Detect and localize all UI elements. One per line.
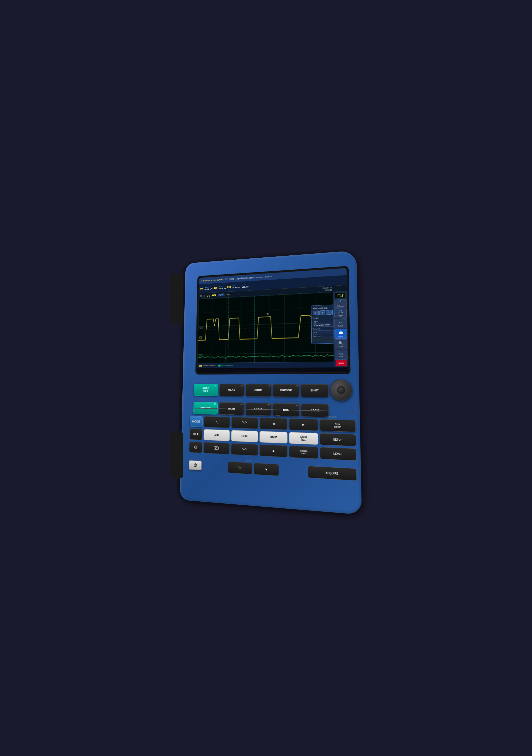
cursor-icon xyxy=(338,320,343,324)
trigger-icon-btn xyxy=(338,310,343,314)
trig-status: Trig? xyxy=(226,293,231,295)
pos-right-button[interactable]: ► xyxy=(289,418,318,431)
meas-tplus: t+ = 157.3 ns xyxy=(242,284,249,288)
setup-button[interactable]: SETUP xyxy=(320,433,356,446)
svg-text:C2: C2 xyxy=(199,353,202,356)
datetime-display: 2015-04-07 09:56:32 xyxy=(322,286,332,291)
meas-button[interactable]: F2 MEAS xyxy=(219,383,244,396)
svg-rect-12 xyxy=(340,331,342,332)
model-text: RTH1002 · Digital Oscilloscope · Isolate… xyxy=(225,275,272,280)
pos-up-button[interactable]: ▲ xyxy=(260,445,288,457)
time-label: TIME ───── xyxy=(203,411,254,417)
svg-point-15 xyxy=(215,447,217,449)
cursor-btn-label: Cursor xyxy=(338,325,343,327)
meas-max: Max = 42.51 mV xyxy=(205,286,213,290)
osc-display: C1 C2 TL 50% xyxy=(197,291,348,368)
time-sine2-button[interactable] xyxy=(231,417,258,429)
trigger-btn-label: Trigger xyxy=(337,314,343,316)
meas-tab-3[interactable]: 3 xyxy=(326,310,332,314)
pos-left-button[interactable]: ◄ xyxy=(260,418,288,430)
camera-button[interactable] xyxy=(203,442,229,454)
ch1-tag-top: C1 xyxy=(227,286,231,288)
func-row-1: F1 AUTOSET F2 MEAS F3 ZOOM F4 CURSOR SHI… xyxy=(194,379,354,402)
screen-bezel: ✦ ROHDE & SCHWARZ RTH1002 · Digital Osci… xyxy=(195,266,351,374)
level-button[interactable]: LEVEL xyxy=(320,447,356,461)
device-wrapper: ✦ ROHDE & SCHWARZ RTH1002 · Digital Osci… xyxy=(178,253,354,503)
svg-text:50%: 50% xyxy=(199,327,203,330)
math-btn-label: Math xyxy=(339,355,343,357)
state-label: State xyxy=(313,317,318,319)
meas-top: Top = 18.81 mV xyxy=(232,284,241,289)
trigger-icon xyxy=(207,294,210,297)
zoom-btn-label: Zoom xyxy=(338,346,343,348)
sine-icon xyxy=(242,420,247,424)
meas-tab-2[interactable]: 2 xyxy=(319,310,325,315)
sidebar-meas-btn[interactable]: Meas xyxy=(334,329,347,339)
zoom-icon: 🔍 xyxy=(339,341,343,345)
rotary-center xyxy=(337,386,345,394)
svg-marker-17 xyxy=(247,448,247,449)
trigger-preview xyxy=(335,292,345,298)
meas-tab-1[interactable]: 1 xyxy=(313,310,319,315)
sidebar-zoom-btn[interactable]: 🔍 Zoom xyxy=(335,339,347,349)
rotary-knob[interactable] xyxy=(330,379,354,402)
nav-section: TIME ───── POS ─── TRIGGER ── MODE ∿ xyxy=(189,411,357,481)
brand-logo: ✦ ROHDE & SCHWARZ xyxy=(201,278,223,282)
shift-button[interactable]: SHIFT xyxy=(301,384,329,397)
range-sine2-icon xyxy=(237,465,242,470)
cursor-button[interactable]: F4 CURSOR xyxy=(273,384,299,397)
signal-off-button[interactable]: SIGNALOFF xyxy=(289,446,318,459)
device-body: ✦ ROHDE & SCHWARZ RTH1002 · Digital Osci… xyxy=(180,250,362,515)
runstop-button[interactable]: RUNSTOP xyxy=(320,419,356,432)
range-sine2-button[interactable] xyxy=(228,461,252,474)
camera-icon xyxy=(214,446,219,450)
meas-icon xyxy=(338,330,343,335)
meas-btn-label: Meas xyxy=(338,336,343,338)
autoset-button[interactable]: F1 AUTOSET xyxy=(194,383,218,396)
power-button[interactable]: ⏻ xyxy=(189,460,202,471)
help-label: Helphorizontal xyxy=(337,304,343,307)
ch2-button[interactable]: CH2 xyxy=(231,430,258,443)
trigger-label: TRIGGER ── xyxy=(312,414,356,419)
dmm-button[interactable]: DMM xyxy=(260,431,288,444)
strap-top xyxy=(170,274,183,324)
pos-down-button[interactable]: ▼ xyxy=(254,463,279,476)
power-icon: ⏻ xyxy=(193,463,197,468)
empty-spacer xyxy=(203,466,226,467)
acquire-button[interactable]: ACQUIRE xyxy=(308,466,357,481)
sidebar-help-btn[interactable]: ? Helphorizontal xyxy=(334,299,347,308)
meas-tr: tR = 4.032 ns xyxy=(219,285,226,289)
spacer2 xyxy=(281,470,306,472)
dmm-rel-button[interactable]: DMMREL xyxy=(289,432,318,445)
file-button[interactable]: FILE xyxy=(190,429,203,440)
rs-logo-badge: R&S xyxy=(336,360,347,366)
right-sidebar: ? Helphorizontal Trigger xyxy=(333,291,348,367)
settings-button[interactable]: ⚙ xyxy=(189,442,202,453)
sidebar-trigger-btn[interactable]: Trigger xyxy=(334,308,347,318)
help-icon: ? xyxy=(339,300,341,304)
ch1-status: C1 100 mV/ BW DC xyxy=(199,364,215,367)
ch1-badge: C1 xyxy=(212,294,216,296)
svg-text:TL: TL xyxy=(266,312,269,316)
oscilloscope-screen: ✦ ROHDE & SCHWARZ RTH1002 · Digital Osci… xyxy=(197,268,348,373)
ch1-tag-tr: C1 xyxy=(214,287,217,289)
svg-text:C1: C1 xyxy=(199,336,202,339)
mode-button[interactable]: MODE xyxy=(190,416,203,427)
sidebar-cursor-btn[interactable]: Cursor xyxy=(334,318,347,329)
math-icon: f(x) xyxy=(339,352,342,355)
strap-bottom xyxy=(170,432,183,478)
ch2-status: C2 50 mV/ BW DC xyxy=(218,364,234,366)
norm-btn[interactable]: Norm xyxy=(218,293,224,296)
timebase-value: 50 ns/ xyxy=(200,295,205,297)
time-sine1-button[interactable]: ∿ xyxy=(204,416,230,428)
sidebar-math-btn[interactable]: f(x) Math xyxy=(335,350,347,360)
ch1-tag-max: C1 xyxy=(200,288,203,289)
ch1-button[interactable]: CH1 xyxy=(204,429,230,441)
zoom-button[interactable]: F3 ZOOM xyxy=(245,384,271,396)
range-sine-button[interactable] xyxy=(231,443,258,456)
range-sine-icon xyxy=(241,446,247,451)
